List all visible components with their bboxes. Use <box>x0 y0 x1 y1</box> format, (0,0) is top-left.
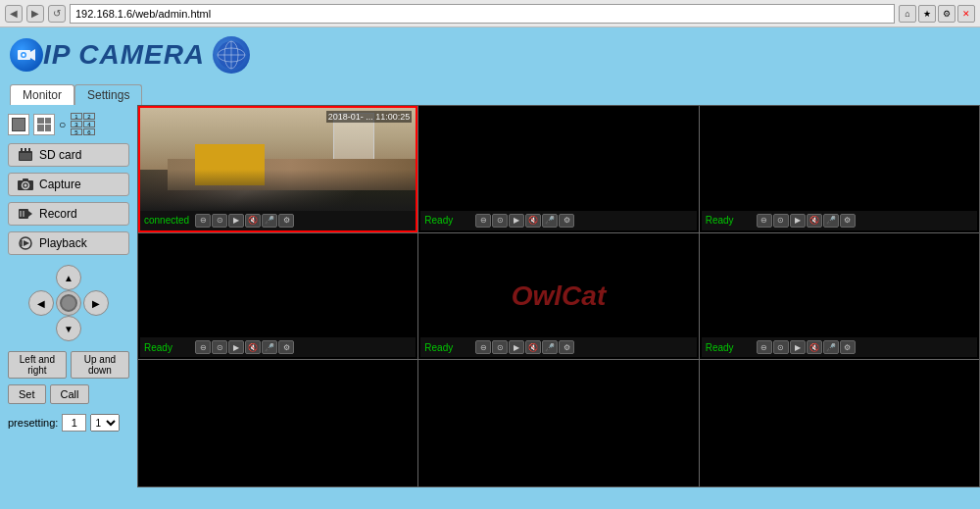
layout-num-2[interactable]: 2 <box>83 113 95 120</box>
capture-label: Capture <box>39 178 81 191</box>
cam-mic-btn-1[interactable]: 🎤 <box>262 214 277 228</box>
svg-point-16 <box>24 184 27 187</box>
ptz-down-button[interactable]: ▼ <box>56 316 81 341</box>
camera-cell-2[interactable]: Ready ⊖ ⊙ ▶ 🔇 🎤 ⚙ <box>418 106 698 232</box>
cam-mute-btn-2[interactable]: 🔇 <box>525 214 541 228</box>
close-button[interactable]: ✕ <box>957 5 975 23</box>
playback-button[interactable]: Playback <box>8 231 129 255</box>
cam-mic-btn-5[interactable]: 🎤 <box>542 340 558 354</box>
layout-num-1[interactable]: 1 <box>71 113 82 120</box>
camera-feed-8 <box>420 362 696 465</box>
camera-status-5: Ready <box>424 342 473 353</box>
cam-rec-btn-6[interactable]: ⊙ <box>773 340 789 354</box>
camera-image-1 <box>140 108 416 211</box>
camera-cell-5[interactable]: OwlCat Ready ⊖ ⊙ ▶ 🔇 🎤 ⚙ <box>418 233 698 360</box>
ptz-row-bottom: ▼ <box>56 316 81 341</box>
cam-rec-btn-2[interactable]: ⊙ <box>492 214 508 228</box>
camera-cell-3[interactable]: Ready ⊖ ⊙ ▶ 🔇 🎤 ⚙ <box>700 106 979 232</box>
layout-num-3[interactable]: 3 <box>71 121 82 127</box>
single-view-button[interactable] <box>8 114 29 135</box>
presetting-select[interactable]: 123 <box>90 414 120 432</box>
cam-mute-btn-4[interactable]: 🔇 <box>245 340 261 354</box>
camera-cell-6[interactable]: Ready ⊖ ⊙ ▶ 🔇 🎤 ⚙ <box>700 233 979 360</box>
cam-rec-btn-4[interactable]: ⊙ <box>212 340 227 354</box>
camera-cell-9[interactable] <box>700 360 979 486</box>
cam-mic-btn-6[interactable]: 🎤 <box>823 340 839 354</box>
cam-mute-btn-3[interactable]: 🔇 <box>807 214 822 228</box>
set-button[interactable]: Set <box>8 384 46 404</box>
svg-rect-11 <box>24 148 26 153</box>
set-call-row: Set Call <box>8 384 129 404</box>
cam-rec-btn-3[interactable]: ⊙ <box>773 214 789 228</box>
camera-status-1: connected <box>144 215 193 226</box>
forward-button[interactable]: ▶ <box>26 5 44 23</box>
cam-settings-btn-4[interactable]: ⚙ <box>278 340 294 354</box>
layout-num-6[interactable]: 6 <box>83 128 95 135</box>
left-right-button[interactable]: Left and right <box>8 351 67 379</box>
cam-rec-btn-1[interactable]: ⊙ <box>212 214 227 228</box>
svg-marker-19 <box>28 211 32 217</box>
svg-rect-21 <box>23 211 24 217</box>
ptz-left-button[interactable]: ◀ <box>28 290 54 316</box>
tab-monitor[interactable]: Monitor <box>10 84 74 105</box>
up-down-button[interactable]: Up and down <box>71 351 129 379</box>
cam-settings-btn-3[interactable]: ⚙ <box>840 214 856 228</box>
cam-play-btn-5[interactable]: ▶ <box>509 340 524 354</box>
cam-play-btn-4[interactable]: ▶ <box>228 340 244 354</box>
quad-view-button[interactable] <box>33 114 55 135</box>
cam-settings-btn-6[interactable]: ⚙ <box>840 340 856 354</box>
call-button[interactable]: Call <box>50 384 90 404</box>
cam-settings-btn-1[interactable]: ⚙ <box>278 214 294 228</box>
ptz-center-button[interactable] <box>56 290 81 316</box>
cam-mute-btn-6[interactable]: 🔇 <box>807 340 822 354</box>
presetting-input[interactable] <box>62 414 86 432</box>
cam-rec-btn-5[interactable]: ⊙ <box>492 340 508 354</box>
cam-minus-btn-6[interactable]: ⊖ <box>757 340 772 354</box>
ptz-right-button[interactable]: ▶ <box>83 290 109 316</box>
camera-feed-5: OwlCat <box>420 235 696 338</box>
tab-settings[interactable]: Settings <box>74 84 142 105</box>
cam-minus-btn-4[interactable]: ⊖ <box>195 340 211 354</box>
camera-cell-7[interactable] <box>138 360 417 486</box>
back-button[interactable]: ◀ <box>5 5 23 23</box>
cam-minus-btn-2[interactable]: ⊖ <box>475 214 491 228</box>
star-button[interactable]: ★ <box>918 5 936 23</box>
layout-num-5[interactable]: 5 <box>71 128 82 135</box>
sd-card-button[interactable]: SD card <box>8 143 129 167</box>
record-button[interactable]: Record <box>8 202 129 226</box>
reload-button[interactable]: ↺ <box>48 5 66 23</box>
ptz-up-button[interactable]: ▲ <box>56 265 81 290</box>
camera-feed-3 <box>702 108 977 211</box>
cam-play-btn-1[interactable]: ▶ <box>228 214 244 228</box>
camera-cell-1[interactable]: 2018-01- ... 11:00:25 connected ⊖ ⊙ ▶ 🔇 … <box>138 106 417 232</box>
header-globe-icon <box>213 36 250 74</box>
cam-mic-btn-4[interactable]: 🎤 <box>262 340 277 354</box>
cam-play-btn-2[interactable]: ▶ <box>509 214 524 228</box>
cam-mute-btn-5[interactable]: 🔇 <box>525 340 541 354</box>
cam-mic-btn-2[interactable]: 🎤 <box>542 214 558 228</box>
svg-point-3 <box>23 53 25 56</box>
camera-cell-8[interactable] <box>418 360 698 486</box>
camera-ctrl-btns-3: ⊖ ⊙ ▶ 🔇 🎤 ⚙ <box>757 214 856 228</box>
tools-button[interactable]: ⚙ <box>938 5 956 23</box>
ptz-labels: Left and right Up and down <box>8 351 129 379</box>
capture-button[interactable]: Capture <box>8 173 129 196</box>
svg-rect-10 <box>21 148 23 153</box>
cam-play-btn-3[interactable]: ▶ <box>790 214 806 228</box>
cam-settings-btn-5[interactable]: ⚙ <box>559 340 574 354</box>
camera-feed-1 <box>140 108 416 211</box>
cam-mic-btn-3[interactable]: 🎤 <box>823 214 839 228</box>
camera-controls-3: Ready ⊖ ⊙ ▶ 🔇 🎤 ⚙ <box>702 211 977 230</box>
camera-ctrl-btns-1: ⊖ ⊙ ▶ 🔇 🎤 ⚙ <box>195 214 294 228</box>
home-button[interactable]: ⌂ <box>899 5 916 23</box>
cam-settings-btn-2[interactable]: ⚙ <box>559 214 574 228</box>
cam-play-btn-6[interactable]: ▶ <box>790 340 806 354</box>
cam-mute-btn-1[interactable]: 🔇 <box>245 214 261 228</box>
cam-minus-btn-5[interactable]: ⊖ <box>475 340 491 354</box>
cam-minus-btn-1[interactable]: ⊖ <box>195 214 211 228</box>
camera-cell-4[interactable]: Ready ⊖ ⊙ ▶ 🔇 🎤 ⚙ <box>138 233 417 360</box>
cam-minus-btn-3[interactable]: ⊖ <box>757 214 772 228</box>
layout-num-4[interactable]: 4 <box>83 121 95 127</box>
browser-actions: ⌂ ★ ⚙ ✕ <box>899 5 975 23</box>
address-bar[interactable] <box>70 4 895 24</box>
